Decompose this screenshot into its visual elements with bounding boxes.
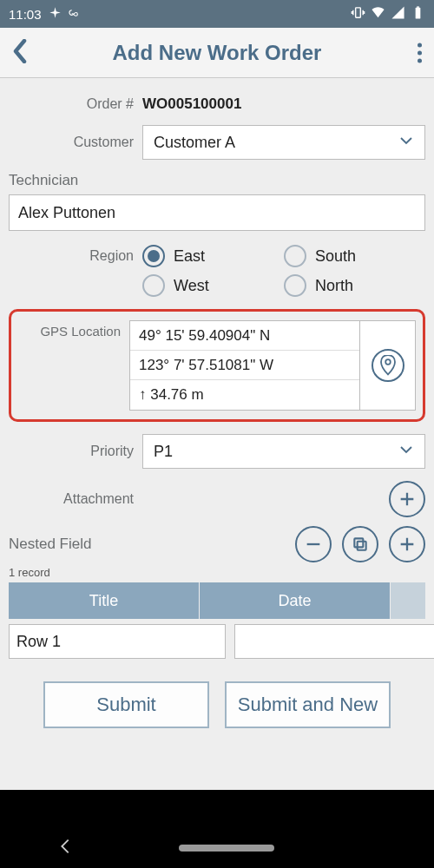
svg-rect-4 — [358, 542, 366, 550]
gps-fields: 49° 15' 59.40904" N 123° 7' 57.51081" W … — [129, 320, 360, 411]
nested-copy-button[interactable] — [342, 526, 378, 562]
submit-and-new-button[interactable]: Submit and New — [225, 681, 391, 728]
gps-longitude[interactable]: 123° 7' 57.51081" W — [130, 351, 359, 380]
region-row: Region East South West Nort — [9, 245, 425, 304]
status-time: 11:03 — [9, 7, 42, 22]
overflow-menu-button[interactable] — [411, 36, 429, 69]
gps-location-section: GPS Location 49° 15' 59.40904" N 123° 7'… — [9, 309, 425, 422]
chevron-down-icon — [398, 442, 414, 462]
map-pin-icon — [372, 349, 404, 382]
work-order-form: Order # WO005100001 Customer Customer A … — [0, 78, 434, 790]
nested-table-header: Title Date — [9, 582, 425, 619]
nested-field-header: Nested Field — [9, 526, 425, 562]
svg-rect-5 — [354, 538, 363, 547]
page-title: Add New Work Order — [113, 41, 322, 65]
submit-button[interactable]: Submit — [43, 681, 209, 728]
location-icon — [49, 6, 62, 22]
customer-label: Customer — [9, 135, 142, 150]
table-row — [9, 619, 425, 664]
infinity-icon — [69, 6, 82, 22]
android-back-button[interactable] — [56, 837, 75, 859]
region-radio-east[interactable]: East — [142, 245, 284, 267]
row-title-input[interactable] — [9, 624, 226, 659]
nested-remove-button[interactable] — [295, 526, 332, 562]
order-number-label: Order # — [9, 96, 142, 112]
gps-altitude[interactable]: ↑ 34.76 m — [130, 380, 359, 410]
column-header-date: Date — [200, 582, 391, 619]
form-action-bar: Submit Submit and New — [9, 664, 425, 763]
region-radio-west[interactable]: West — [142, 274, 284, 297]
chevron-down-icon — [398, 133, 414, 153]
svg-rect-2 — [417, 6, 419, 7]
back-button[interactable] — [5, 32, 35, 74]
customer-row: Customer Customer A — [9, 125, 425, 160]
technician-input[interactable] — [9, 194, 425, 231]
region-radio-south[interactable]: South — [284, 245, 425, 267]
nested-record-count: 1 record — [9, 566, 425, 579]
order-number-value: WO005100001 — [142, 95, 425, 113]
nested-field-label: Nested Field — [9, 536, 91, 553]
attachment-label: Attachment — [9, 491, 142, 507]
priority-select[interactable]: P1 — [142, 434, 425, 469]
gps-latitude[interactable]: 49° 15' 59.40904" N — [130, 321, 359, 351]
column-header-title: Title — [9, 582, 200, 619]
attachment-add-button[interactable] — [389, 481, 425, 517]
region-radio-group: East South West North — [142, 245, 425, 304]
android-home-pill[interactable] — [179, 845, 274, 852]
region-radio-north[interactable]: North — [284, 274, 425, 297]
order-number-row: Order # WO005100001 — [9, 95, 425, 113]
priority-row: Priority P1 — [9, 434, 425, 469]
priority-label: Priority — [9, 444, 142, 459]
customer-select[interactable]: Customer A — [142, 125, 425, 160]
signal-icon — [391, 5, 405, 23]
attachment-row: Attachment — [9, 481, 425, 517]
nested-add-button[interactable] — [389, 526, 425, 562]
gps-label: GPS Location — [18, 320, 129, 411]
android-nav-bar — [0, 828, 434, 868]
gps-locate-button[interactable] — [360, 320, 416, 411]
row-date-input[interactable] — [234, 624, 434, 659]
region-label: Region — [9, 245, 142, 264]
vibrate-icon — [351, 5, 365, 23]
technician-label: Technician — [9, 172, 425, 189]
battery-icon — [411, 5, 425, 23]
svg-rect-0 — [356, 8, 361, 17]
column-header-spacer — [391, 582, 425, 619]
black-letterbox — [0, 790, 434, 828]
svg-point-3 — [385, 359, 391, 365]
priority-select-value: P1 — [154, 443, 173, 461]
android-status-bar: 11:03 — [0, 0, 434, 28]
customer-select-value: Customer A — [154, 134, 235, 152]
wifi-icon — [371, 5, 385, 23]
app-header: Add New Work Order — [0, 28, 434, 78]
svg-rect-1 — [416, 8, 421, 19]
